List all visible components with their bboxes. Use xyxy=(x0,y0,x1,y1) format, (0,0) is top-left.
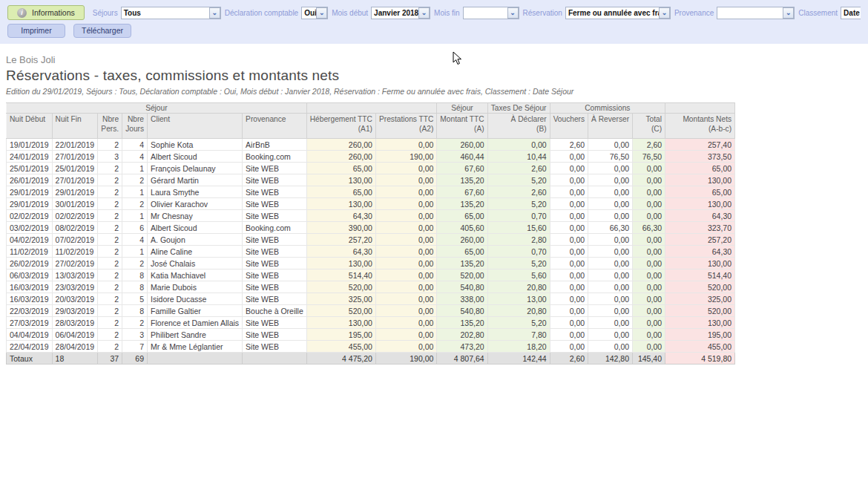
cell-nbre-pers: 3 xyxy=(98,151,122,163)
totals-row: Totaux1837694 475,20190,004 807,64142,44… xyxy=(7,353,735,365)
classement-select[interactable]: Date Séjour ⌄ xyxy=(841,7,861,19)
cell-client: Isidore Ducasse xyxy=(148,293,243,305)
cell-nuit-fin: 22/01/2019 xyxy=(52,139,98,151)
cell-a-reverser: 0,00 xyxy=(588,341,633,353)
cell-a-declarer: 2,60 xyxy=(487,163,550,174)
cell-montants-nets: 130,00 xyxy=(665,317,735,329)
cell-montant-ttc: 460,44 xyxy=(437,151,487,163)
cell-prestations: 0,00 xyxy=(375,222,436,234)
table-row: 22/03/201929/03/201928Famille GaltierBou… xyxy=(7,305,735,317)
col-header-provenance: Provenance xyxy=(243,114,307,139)
cell-montants-nets: 455,00 xyxy=(665,341,735,353)
cell-a-reverser: 76,50 xyxy=(588,151,633,163)
col-header-vouchers: Vouchers xyxy=(550,114,588,139)
cell-montants-nets: 64,30 xyxy=(665,210,735,222)
toolbar-buttons: Imprimer Télécharger xyxy=(7,24,861,38)
cell-vouchers: 0,00 xyxy=(550,163,588,174)
mois-debut-value: Janvier 2018 xyxy=(372,9,418,17)
table-row: 29/01/201929/01/201921Laura SmytheSite W… xyxy=(7,186,735,198)
chevron-down-icon[interactable]: ⌄ xyxy=(507,7,519,19)
sejours-select[interactable]: Tous ⌄ xyxy=(121,7,221,19)
cell-a-reverser: 0,00 xyxy=(588,163,633,174)
cell-vouchers: 0,00 xyxy=(550,234,588,246)
mois-debut-select[interactable]: Janvier 2018 ⌄ xyxy=(371,7,430,19)
total-nuit-debut: Totaux xyxy=(7,353,53,365)
mois-fin-select[interactable]: ⌄ xyxy=(463,7,519,19)
total-montants-nets: 4 519,80 xyxy=(665,353,735,365)
informations-button[interactable]: i Informations xyxy=(7,5,85,20)
cell-nbre-jours: 3 xyxy=(122,329,148,341)
col-header-montants-nets: Montants Nets(A-b-c) xyxy=(665,114,735,139)
cell-montants-nets: 195,00 xyxy=(665,329,735,341)
cell-montants-nets: 65,00 xyxy=(665,186,735,198)
total-provenance xyxy=(243,353,307,365)
filter-label-declaration: Déclaration comptable xyxy=(225,9,299,17)
cell-nuit-fin: 06/04/2019 xyxy=(52,329,98,341)
cell-nbre-pers: 2 xyxy=(98,341,122,353)
cell-a-reverser: 0,00 xyxy=(588,317,633,329)
cell-nuit-debut: 29/01/2019 xyxy=(7,186,53,198)
cell-montant-ttc: 540,80 xyxy=(437,281,487,293)
cell-montant-ttc: 135,20 xyxy=(437,198,487,210)
reservation-select[interactable]: Ferme ou annulée avec frais ⌄ xyxy=(565,7,671,19)
cell-a-declarer: 5,20 xyxy=(487,198,550,210)
cell-montant-ttc: 540,80 xyxy=(437,305,487,317)
cell-hebergement: 64,30 xyxy=(306,210,375,222)
cell-montant-ttc: 135,20 xyxy=(437,258,487,269)
cell-vouchers: 2,60 xyxy=(550,139,588,151)
cell-total: 0,00 xyxy=(633,305,665,317)
report-subtitle: Edition du 29/01/2019, Séjours : Tous, D… xyxy=(6,87,868,96)
imprimer-button[interactable]: Imprimer xyxy=(7,24,65,38)
provenance-select[interactable]: ⌄ xyxy=(717,7,795,19)
cell-nbre-pers: 2 xyxy=(98,163,122,174)
total-vouchers: 2,60 xyxy=(550,353,588,365)
table-row: 26/01/201927/01/201922Gérard MartinSite … xyxy=(7,174,735,186)
cell-prestations: 0,00 xyxy=(375,234,436,246)
cell-a-declarer: 0,00 xyxy=(487,139,550,151)
declaration-comptable-value: Oui xyxy=(302,9,316,17)
cell-client: Katia Machiavel xyxy=(148,269,243,281)
cell-prestations: 190,00 xyxy=(375,151,436,163)
chevron-down-icon[interactable]: ⌄ xyxy=(659,7,670,19)
cell-a-reverser: 0,00 xyxy=(588,186,633,198)
cell-nbre-pers: 2 xyxy=(98,293,122,305)
group-header-cell: Taxes De Séjour xyxy=(487,103,550,114)
total-montant-ttc: 4 807,64 xyxy=(437,353,487,365)
declaration-comptable-select[interactable]: Oui ⌄ xyxy=(301,7,328,19)
cell-prestations: 0,00 xyxy=(375,293,436,305)
report-table: SéjourSéjourTaxes De SéjourCommissionsNu… xyxy=(6,102,735,365)
cell-total: 0,00 xyxy=(633,341,665,353)
cell-client: Laura Smythe xyxy=(148,186,243,198)
cell-montants-nets: 373,50 xyxy=(665,151,735,163)
group-header-row: SéjourSéjourTaxes De SéjourCommissions xyxy=(7,103,735,114)
cell-nbre-jours: 8 xyxy=(122,305,148,317)
chevron-down-icon[interactable]: ⌄ xyxy=(418,7,430,19)
cell-prestations: 0,00 xyxy=(375,186,436,198)
cell-prestations: 0,00 xyxy=(375,139,436,151)
cell-a-declarer: 5,20 xyxy=(487,317,550,329)
group-header-cell: Séjour xyxy=(7,103,307,114)
cell-prestations: 0,00 xyxy=(375,305,436,317)
col-header-nbre-pers: NbrePers. xyxy=(98,114,122,139)
chevron-down-icon[interactable]: ⌄ xyxy=(316,7,327,19)
cell-hebergement: 260,00 xyxy=(306,139,375,151)
cell-vouchers: 0,00 xyxy=(550,151,588,163)
chevron-down-icon[interactable]: ⌄ xyxy=(783,7,794,19)
report-page: Le Bois Joli Réservations - taxes, commi… xyxy=(0,54,868,365)
chevron-down-icon[interactable]: ⌄ xyxy=(209,7,220,19)
cell-nuit-fin: 28/04/2019 xyxy=(52,341,98,353)
cell-nbre-jours: 1 xyxy=(122,246,148,258)
telecharger-button[interactable]: Télécharger xyxy=(73,24,131,38)
cell-total: 0,00 xyxy=(633,258,665,269)
cell-nuit-debut: 04/02/2019 xyxy=(7,234,53,246)
cell-montants-nets: 257,20 xyxy=(665,234,735,246)
cell-prestations: 0,00 xyxy=(375,269,436,281)
cell-a-reverser: 0,00 xyxy=(588,174,633,186)
cell-nbre-jours: 2 xyxy=(122,174,148,186)
cell-provenance: Site WEB xyxy=(243,341,307,353)
cell-montants-nets: 323,70 xyxy=(665,222,735,234)
cell-montants-nets: 130,00 xyxy=(665,174,735,186)
table-row: 04/02/201907/02/201924A. GoujonSite WEB2… xyxy=(7,234,735,246)
cell-client: Famille Galtier xyxy=(148,305,243,317)
table-row: 03/02/201908/02/201926Albert SicoudBooki… xyxy=(7,222,735,234)
